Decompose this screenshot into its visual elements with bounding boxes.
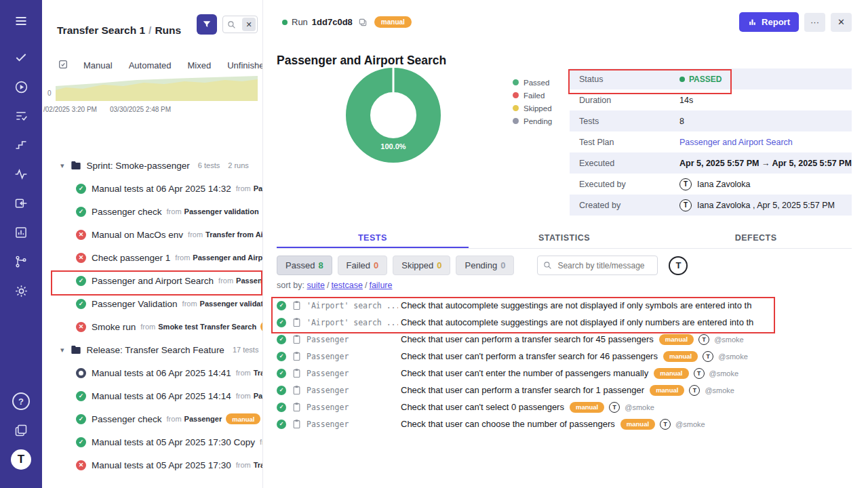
- sidebar-filter-button[interactable]: [197, 14, 217, 35]
- report-button[interactable]: Report: [739, 12, 799, 32]
- breadcrumb-project[interactable]: Transfer Search 1: [57, 24, 145, 36]
- run-source: Passenger validation: [200, 300, 262, 308]
- settings-gear-icon[interactable]: [9, 279, 33, 302]
- test-plans-icon[interactable]: [9, 104, 33, 127]
- filter-count: 0: [500, 260, 505, 270]
- close-search-button[interactable]: ✕: [242, 18, 256, 31]
- tree-folder-release[interactable]: ▾ Release: Transfer Search Feature 17 te…: [42, 338, 262, 361]
- chevron-down-icon[interactable]: ▾: [60, 161, 64, 170]
- checks-icon[interactable]: [9, 46, 33, 69]
- from-label: from: [175, 253, 190, 262]
- tests-search-input[interactable]: [556, 260, 652, 271]
- projects-icon[interactable]: [9, 419, 33, 442]
- tree-folder-sprint[interactable]: ▾ Sprint: Smoke-passenger 6 tests 2 runs: [42, 154, 262, 177]
- tree-run-item[interactable]: ✕ Smoke run from Smoke test Transfer Sea…: [42, 315, 262, 338]
- testomat-icon: T: [703, 351, 713, 362]
- test-title[interactable]: Check that autocomplete suggestings are …: [401, 300, 751, 310]
- breadcrumb-section[interactable]: Runs: [155, 24, 181, 36]
- tree-run-item[interactable]: ✓ Passenger check from Passenger manual …: [42, 407, 262, 430]
- test-row[interactable]: ✓ Passenger Check that user can't select…: [263, 399, 868, 415]
- sort-by-failure-link[interactable]: failure: [369, 281, 392, 290]
- test-title[interactable]: Check that user can perform a transfer s…: [401, 385, 644, 395]
- test-row[interactable]: ✓ Passenger Check that user can perform …: [263, 382, 868, 399]
- tree-run-item[interactable]: ✕ Check passenger 1 from Passenger and A…: [42, 246, 262, 269]
- run-source: Passenger and Airport Searc: [193, 253, 262, 262]
- in-progress-icon: [76, 368, 86, 378]
- funnel-icon: [202, 20, 212, 29]
- pulse-icon[interactable]: [9, 163, 33, 186]
- chevron-down-icon[interactable]: ▾: [60, 346, 64, 354]
- test-suite: Passenger: [307, 420, 398, 429]
- test-row[interactable]: ✓ Passenger Check that user can't enter …: [263, 365, 868, 382]
- report-button-label: Report: [762, 17, 790, 27]
- test-row[interactable]: ✓ Passenger Check that user can choose t…: [263, 415, 868, 432]
- run-label: Passenger Validation: [92, 299, 178, 309]
- tab-defects[interactable]: DEFECTS: [660, 229, 852, 248]
- run-source: Pass: [254, 184, 262, 192]
- tree-run-item[interactable]: ✕ Manual tests at 05 Apr 2025 17:30 from…: [42, 453, 262, 476]
- testcase-icon: [292, 385, 301, 395]
- tab-tests[interactable]: TESTS: [277, 229, 469, 248]
- tree-run-item[interactable]: ✕ Manual on MacOs env from Transfer from…: [42, 223, 262, 246]
- test-row[interactable]: ✓ 'Airport' search ... Check that autoco…: [263, 297, 868, 314]
- more-actions-button[interactable]: ···: [804, 13, 825, 32]
- tree-run-item-selected[interactable]: ✓ Passenger and Airport Search from Pass…: [42, 269, 262, 292]
- passed-dot: [513, 79, 519, 85]
- test-title[interactable]: Check that user can't enter the number o…: [401, 368, 648, 378]
- sort-by-suite-link[interactable]: suite: [307, 281, 324, 290]
- legend-item-pending: Pending: [513, 115, 552, 127]
- copy-icon[interactable]: [358, 18, 368, 27]
- sort-by-testcase-link[interactable]: testcase: [331, 281, 363, 290]
- tree-run-item[interactable]: ✓ Manual tests at 06 Apr 2025 14:32 from…: [42, 177, 262, 200]
- passed-icon: ✓: [76, 207, 86, 217]
- filter-pending-button[interactable]: Pending0: [456, 256, 514, 275]
- folder-meta-tests: 6 tests: [198, 161, 220, 169]
- sort-by-label: sort by:: [277, 281, 304, 290]
- help-icon[interactable]: ?: [9, 390, 33, 413]
- menu-icon[interactable]: [9, 9, 33, 33]
- test-title[interactable]: Check that user can perform a transfer s…: [401, 334, 654, 344]
- run-source: Transfer from Aiport: [205, 230, 262, 239]
- filter-skipped-button[interactable]: Skipped0: [393, 256, 450, 275]
- branches-icon[interactable]: [9, 250, 33, 273]
- test-title[interactable]: Check that user can't perform a transfer…: [401, 351, 658, 361]
- testcase-icon: [292, 368, 301, 378]
- tests-search-box[interactable]: [537, 256, 658, 275]
- tree-run-item[interactable]: ✓ Manual tests at 05 Apr 2025 17:30 Copy…: [42, 430, 262, 453]
- info-row-duration: Duration 14s: [570, 89, 852, 110]
- info-label: Executed by: [579, 180, 679, 189]
- runs-play-icon[interactable]: [9, 75, 33, 98]
- test-row[interactable]: ✓ Passenger Check that user can't perfor…: [263, 348, 868, 365]
- smoke-tag: @smoke: [625, 403, 654, 411]
- tree-run-item[interactable]: ✓ Manual tests at 06 Apr 2025 14:14 from…: [42, 384, 262, 407]
- test-plan-link[interactable]: Passenger and Airport Search: [679, 138, 793, 147]
- close-run-button[interactable]: ✕: [831, 13, 852, 32]
- passed-icon: ✓: [277, 301, 286, 310]
- tree-run-item[interactable]: ✓ Passenger check from Passenger validat…: [42, 200, 262, 223]
- test-title[interactable]: Check that autocomplete suggestings are …: [401, 317, 753, 327]
- filter-failed-button[interactable]: Failed0: [338, 256, 388, 275]
- import-icon[interactable]: [9, 192, 33, 215]
- testomat-icon: T: [660, 419, 671, 430]
- test-row[interactable]: ✓ Passenger Check that user can perform …: [263, 331, 868, 348]
- legend-label: Failed: [524, 92, 545, 100]
- testomat-tag-filter-button[interactable]: T: [669, 256, 688, 275]
- test-title[interactable]: Check that user can't select 0 passenger…: [401, 402, 564, 412]
- steps-icon[interactable]: [9, 134, 33, 157]
- smoke-tag: @smoke: [714, 336, 744, 344]
- results-donut-chart: 100.0%: [344, 66, 442, 164]
- info-label: Duration: [579, 96, 679, 105]
- run-label: Passenger and Airport Search: [92, 276, 214, 286]
- app-logo[interactable]: T: [9, 448, 33, 471]
- tree-run-item[interactable]: ✓ Passenger Validation from Passenger va…: [42, 292, 262, 315]
- test-suite: Passenger: [307, 403, 398, 412]
- tab-statistics[interactable]: STATISTICS: [469, 229, 660, 248]
- sidebar-search-box[interactable]: ✕: [222, 16, 258, 33]
- filter-passed-button[interactable]: Passed8: [277, 256, 332, 275]
- run-source: Passenger: [184, 415, 222, 423]
- run-source: Passenger and: [236, 277, 262, 285]
- reports-icon[interactable]: [9, 221, 33, 244]
- tree-run-item[interactable]: Manual tests at 06 Apr 2025 14:41 from T…: [42, 361, 262, 384]
- test-title[interactable]: Check that user can choose the number of…: [401, 419, 615, 429]
- test-row[interactable]: ✓ 'Airport' search ... Check that autoco…: [263, 314, 868, 331]
